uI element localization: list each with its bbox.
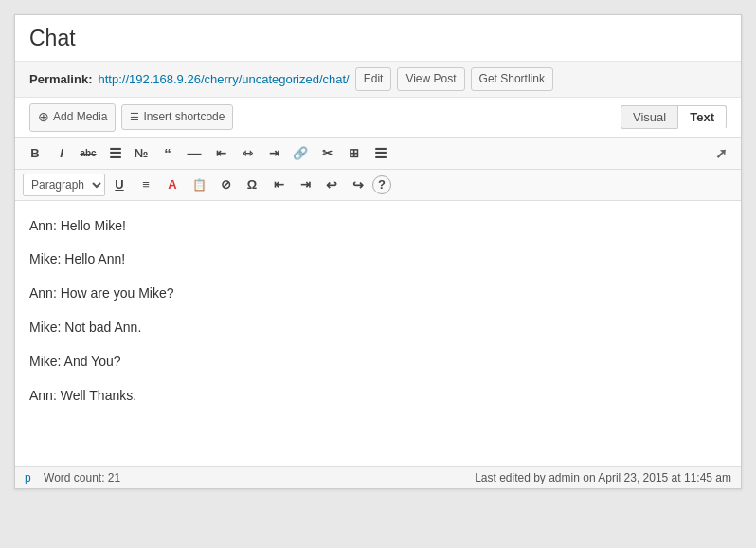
add-media-button[interactable]: ⊕ Add Media bbox=[29, 103, 116, 132]
bold-button[interactable]: B bbox=[23, 142, 47, 165]
italic-button[interactable]: I bbox=[49, 142, 74, 165]
insert-shortcode-button[interactable]: ☰ Insert shortcode bbox=[121, 104, 233, 130]
last-edited-text: Last edited by admin on April 23, 2015 a… bbox=[475, 471, 731, 484]
post-title: Chat bbox=[29, 25, 727, 53]
underline-button[interactable]: U bbox=[107, 174, 132, 196]
link-button[interactable]: 🔗 bbox=[288, 142, 313, 165]
view-post-button[interactable]: View Post bbox=[397, 67, 464, 91]
status-right: Last edited by admin on April 23, 2015 a… bbox=[475, 471, 731, 484]
editor-container: Chat Permalink: http://192.168.9.26/cher… bbox=[14, 14, 742, 489]
unlink-button[interactable]: ✂ bbox=[315, 142, 339, 165]
editor-status-bar: p Word count: 21 Last edited by admin on… bbox=[15, 466, 741, 488]
strikethrough-button[interactable]: abc bbox=[76, 142, 100, 165]
help-button[interactable]: ? bbox=[372, 175, 391, 194]
insert-table-button[interactable]: ⊞ bbox=[341, 142, 366, 165]
post-title-section: Chat bbox=[15, 15, 741, 62]
word-count-value: 21 bbox=[108, 471, 120, 484]
horizontal-rule-button[interactable]: — bbox=[182, 142, 207, 165]
align-left-button[interactable]: ⇤ bbox=[208, 142, 233, 165]
toolbar-toggle-button[interactable]: ☰ bbox=[368, 142, 392, 165]
paste-text-button[interactable]: 📋 bbox=[187, 174, 211, 196]
unordered-list-button[interactable]: ☰ bbox=[102, 142, 127, 165]
chat-line-3: Ann: How are you Mike? bbox=[29, 283, 727, 305]
insert-shortcode-label: Insert shortcode bbox=[143, 109, 225, 125]
outdent-button[interactable]: ⇤ bbox=[266, 174, 291, 196]
editor-content-area[interactable]: Ann: Hello Mike! Mike: Hello Ann! Ann: H… bbox=[15, 201, 741, 466]
permalink-label: Permalink: bbox=[29, 72, 92, 86]
tab-visual[interactable]: Visual bbox=[621, 105, 677, 129]
text-color-button[interactable]: A bbox=[160, 174, 185, 196]
undo-button[interactable]: ↩ bbox=[319, 174, 344, 196]
chat-line-2: Mike: Hello Ann! bbox=[29, 248, 727, 271]
redo-button[interactable]: ↪ bbox=[346, 174, 370, 196]
permalink-bar: Permalink: http://192.168.9.26/cherry/un… bbox=[15, 62, 741, 98]
paragraph-select[interactable]: Paragraph bbox=[23, 174, 105, 196]
editor-tools-left: ⊕ Add Media ☰ Insert shortcode bbox=[29, 103, 233, 132]
chat-line-5: Mike: And You? bbox=[29, 351, 727, 374]
justify-button[interactable]: ≡ bbox=[134, 174, 158, 196]
edit-button[interactable]: Edit bbox=[355, 67, 392, 91]
clear-formatting-button[interactable]: ⊘ bbox=[213, 174, 238, 196]
blockquote-button[interactable]: “ bbox=[155, 142, 180, 165]
special-chars-button[interactable]: Ω bbox=[240, 174, 264, 196]
permalink-url: http://192.168.9.26/cherry/uncategorized… bbox=[98, 72, 349, 86]
editor-tools-bar: ⊕ Add Media ☰ Insert shortcode Visual Te… bbox=[15, 98, 741, 138]
align-right-button[interactable]: ⇥ bbox=[261, 142, 286, 165]
chat-line-6: Ann: Well Thanks. bbox=[29, 385, 727, 408]
align-center-button[interactable]: ⇿ bbox=[235, 142, 260, 165]
word-count-label: Word count: bbox=[44, 471, 104, 484]
toolbar-row1: B I abc ☰ № “ — ⇤ ⇿ ⇥ 🔗 ✂ ⊞ ☰ ➚ bbox=[15, 138, 741, 170]
add-media-label: Add Media bbox=[53, 109, 107, 125]
get-shortlink-button[interactable]: Get Shortlink bbox=[471, 67, 553, 91]
visual-text-tabs: Visual Text bbox=[621, 105, 727, 129]
add-media-icon: ⊕ bbox=[38, 108, 49, 127]
status-left: p Word count: 21 bbox=[25, 471, 120, 484]
tab-text[interactable]: Text bbox=[677, 105, 727, 129]
status-tag[interactable]: p bbox=[25, 471, 31, 484]
ordered-list-button[interactable]: № bbox=[129, 142, 153, 165]
permalink-link[interactable]: http://192.168.9.26/cherry/uncategorized… bbox=[98, 72, 349, 86]
expand-button[interactable]: ➚ bbox=[709, 142, 733, 165]
chat-line-1: Ann: Hello Mike! bbox=[29, 215, 727, 238]
indent-button[interactable]: ⇥ bbox=[293, 174, 317, 196]
insert-shortcode-icon: ☰ bbox=[130, 110, 139, 124]
toolbar-row2: Paragraph U ≡ A 📋 ⊘ Ω ⇤ ⇥ ↩ ↪ ? bbox=[15, 170, 741, 201]
chat-line-4: Mike: Not bad Ann. bbox=[29, 317, 727, 339]
